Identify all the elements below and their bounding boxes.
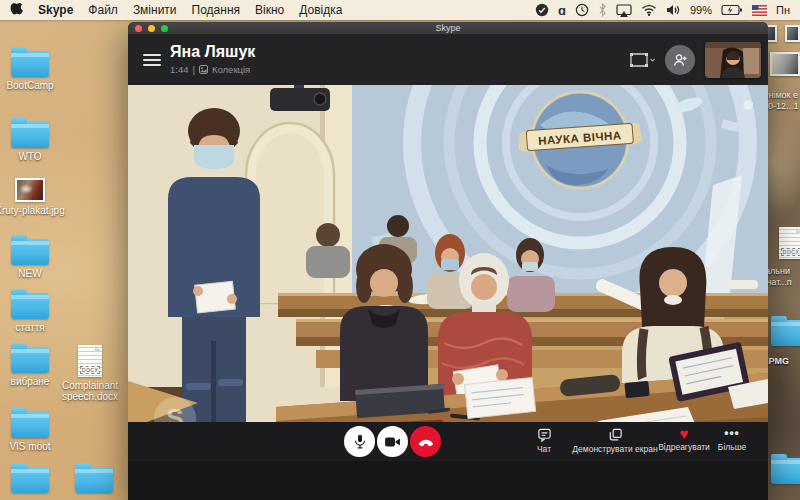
desktop-icon-folder-bottom-left[interactable] <box>2 467 58 496</box>
window-title-bar[interactable]: Skype <box>128 22 768 34</box>
self-video-thumbnail[interactable] <box>705 42 761 78</box>
desktop-icon-new[interactable]: NEW <box>2 239 58 279</box>
desktop-icon-complainant-speech[interactable]: DOCX Complainant speech.docx <box>58 345 122 402</box>
window-title: Skype <box>128 23 768 33</box>
folder-icon <box>75 467 113 493</box>
microphone-button[interactable] <box>344 426 375 457</box>
folder-icon <box>11 239 49 265</box>
add-participant-button[interactable] <box>665 45 695 75</box>
remote-video-feed: НАУКА ВІЧНА <box>128 85 768 461</box>
bluetooth-icon[interactable] <box>598 3 607 17</box>
input-language-flag-icon[interactable] <box>752 3 767 17</box>
call-control-bar: Чат Демонструвати екран ♥ Відреагувати •… <box>128 422 768 461</box>
menu-item-view[interactable]: Подання <box>192 3 240 17</box>
screen-mirroring-icon[interactable] <box>616 3 632 17</box>
skype-window: Skype Яна Ляшук 1:44 | Колекція <box>128 22 768 500</box>
ellipsis-icon: ••• <box>724 427 740 440</box>
battery-charging-icon[interactable] <box>721 3 743 17</box>
docx-file-icon[interactable]: DOCX <box>779 227 800 259</box>
camera-button[interactable] <box>377 426 408 457</box>
desktop-icon-wto[interactable]: WTO <box>2 122 58 162</box>
desktop: Skype Файл Змінити Подання Вікно Довідка… <box>0 0 800 500</box>
desktop-icon-folder-bottom-mid[interactable] <box>66 467 122 496</box>
folder-icon[interactable] <box>771 320 800 346</box>
folder-icon <box>11 467 49 493</box>
apple-menu-icon[interactable] <box>10 3 23 17</box>
collection-label[interactable]: Колекція <box>212 64 250 75</box>
clock-icon[interactable] <box>575 3 589 17</box>
menu-item-file[interactable]: Файл <box>88 3 118 17</box>
desktop-icon-kruty-plakat[interactable]: Kruty-plakat.jpg <box>2 178 58 216</box>
more-button[interactable]: ••• Більше <box>710 427 754 452</box>
heart-icon: ♥ <box>680 427 689 440</box>
screenshot-file-label: Знімок е 20-12...1 <box>763 90 799 112</box>
call-header: Яна Ляшук 1:44 | Колекція <box>128 34 768 85</box>
menu-bar-day[interactable]: Пн <box>776 4 790 16</box>
meta-separator: | <box>193 64 195 75</box>
screenshot-file-icon[interactable] <box>770 52 800 76</box>
gallery-icon <box>199 62 208 76</box>
menu-item-help[interactable]: Довідка <box>299 3 342 17</box>
folder-icon[interactable] <box>771 458 800 484</box>
desktop-icon-vis-moot[interactable]: VIS moot <box>2 412 58 452</box>
desktop-icon-bootcamp[interactable]: BootCamp <box>2 51 58 91</box>
desktop-icon-stattia[interactable]: стаття <box>2 293 58 333</box>
wifi-icon[interactable] <box>641 3 657 17</box>
image-file-icon <box>15 178 45 202</box>
call-info: Яна Ляшук 1:44 | Колекція <box>170 43 255 76</box>
volume-icon[interactable] <box>666 3 681 17</box>
battery-percent: 99% <box>690 4 712 16</box>
call-timer: 1:44 <box>170 64 189 75</box>
menu-item-window[interactable]: Вікно <box>255 3 284 17</box>
folder-icon <box>11 412 49 438</box>
folder-icon <box>11 122 49 148</box>
end-call-button[interactable] <box>410 426 441 457</box>
docx-file-icon: DOCX <box>78 345 102 377</box>
react-button[interactable]: ♥ Відреагувати <box>649 427 719 452</box>
grid-view-icon[interactable] <box>629 53 655 67</box>
menu-item-skype[interactable]: Skype <box>38 3 73 17</box>
image-file-icon[interactable] <box>785 25 800 42</box>
check-circle-icon[interactable] <box>535 3 549 17</box>
classroom-scene: НАУКА ВІЧНА <box>128 85 768 461</box>
menu-item-edit[interactable]: Змінити <box>133 3 177 17</box>
menu-hamburger-icon[interactable] <box>143 54 161 66</box>
folder-icon <box>11 293 49 319</box>
folder-icon <box>11 347 49 373</box>
desktop-icon-vybrane[interactable]: вибране <box>2 347 58 387</box>
grammarly-icon[interactable]: ɑ <box>558 3 566 17</box>
menu-bar: Skype Файл Змінити Подання Вікно Довідка… <box>0 0 800 20</box>
caller-name: Яна Ляшук <box>170 43 255 61</box>
call-meta: 1:44 | Колекція <box>170 62 255 76</box>
folder-icon <box>11 51 49 77</box>
